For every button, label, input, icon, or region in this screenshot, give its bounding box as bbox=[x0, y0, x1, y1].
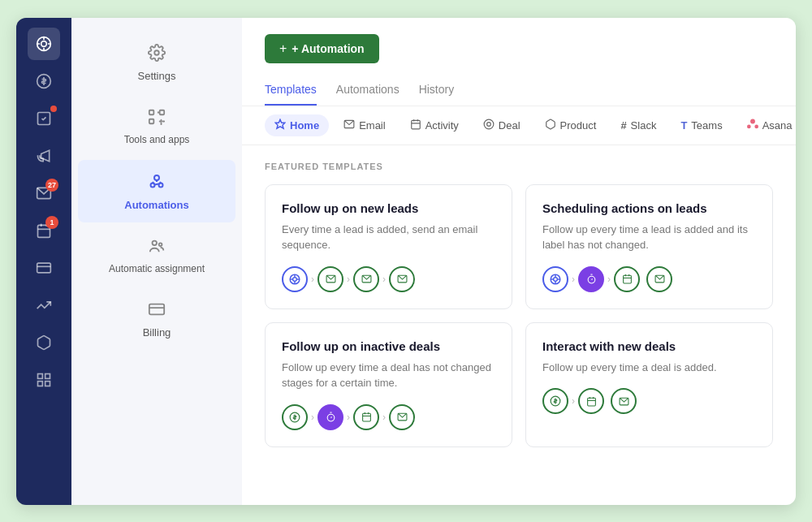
svg-rect-21 bbox=[160, 110, 165, 114]
filter-slack-icon: # bbox=[620, 119, 626, 132]
filter-product-label: Product bbox=[560, 119, 597, 132]
template-title-2: Scheduling actions on leads bbox=[542, 201, 756, 215]
tab-templates[interactable]: Templates bbox=[265, 76, 317, 106]
flow-email-icon-1 bbox=[317, 266, 343, 292]
flow-email-icon-5 bbox=[389, 404, 415, 430]
nav-icon-box[interactable] bbox=[28, 326, 60, 359]
nav-icon-calendar[interactable]: 1 bbox=[28, 214, 60, 247]
filter-email-icon bbox=[343, 119, 355, 132]
template-card-follow-up-leads[interactable]: Follow up on new leads Every time a lead… bbox=[265, 184, 512, 309]
filter-asana-label: Asana bbox=[762, 119, 793, 132]
template-card-inactive-deals[interactable]: Follow up on inactive deals Follow up ev… bbox=[265, 322, 512, 447]
sidebar-automations-label: Automations bbox=[124, 199, 188, 211]
svg-point-36 bbox=[484, 119, 494, 129]
section-title: FEATURED TEMPLATES bbox=[265, 162, 773, 171]
sidebar-tools-label: Tools and apps bbox=[124, 134, 190, 145]
main-content: + + Automation Templates Automations His… bbox=[242, 18, 796, 505]
flow-email-icon-2 bbox=[353, 266, 379, 292]
sidebar-item-settings[interactable]: Settings bbox=[78, 32, 235, 93]
svg-point-42 bbox=[293, 277, 297, 281]
filter-product[interactable]: Product bbox=[535, 114, 607, 136]
settings-icon bbox=[148, 44, 166, 67]
sidebar-item-billing[interactable]: Billing bbox=[78, 289, 235, 350]
flow-calendar-icon bbox=[614, 266, 640, 292]
nav-icon-chart[interactable] bbox=[28, 289, 60, 321]
svg-point-38 bbox=[750, 119, 755, 123]
flow-arrow: › bbox=[572, 274, 575, 285]
nav-icon-dollar[interactable] bbox=[28, 65, 60, 97]
automation-button[interactable]: + + Automation bbox=[265, 34, 379, 63]
nav-icon-mail[interactable]: 27 bbox=[28, 177, 60, 209]
billing-icon bbox=[148, 300, 166, 323]
filter-deal-icon bbox=[483, 119, 495, 132]
flow-target-icon-2 bbox=[542, 266, 568, 292]
template-card-scheduling[interactable]: Scheduling actions on leads Follow up ev… bbox=[525, 184, 773, 309]
nav-bar: 27 1 bbox=[16, 18, 71, 505]
filter-slack-label: Slack bbox=[631, 119, 657, 132]
svg-rect-16 bbox=[45, 373, 50, 378]
filter-activity-label: Activity bbox=[425, 119, 459, 132]
tools-icon bbox=[148, 108, 166, 131]
template-desc-2: Follow up every time a lead is added and… bbox=[542, 222, 756, 253]
filter-deal[interactable]: Deal bbox=[473, 114, 530, 136]
nav-icon-card[interactable] bbox=[28, 252, 60, 284]
filter-teams[interactable]: T Teams bbox=[671, 115, 732, 136]
svg-rect-15 bbox=[38, 373, 43, 378]
svg-rect-22 bbox=[149, 119, 154, 123]
svg-rect-57 bbox=[623, 275, 631, 283]
svg-point-51 bbox=[554, 277, 558, 281]
filter-deal-label: Deal bbox=[499, 119, 520, 132]
svg-point-63 bbox=[327, 414, 335, 421]
flow-icons-2: › › bbox=[542, 266, 756, 292]
sidebar-item-tools[interactable]: Tools and apps bbox=[78, 97, 235, 157]
sidebar-assignment-label: Automatic assignment bbox=[109, 263, 205, 274]
flow-arrow: › bbox=[347, 274, 350, 285]
filter-teams-icon: T bbox=[680, 119, 687, 132]
filter-teams-label: Teams bbox=[691, 119, 722, 132]
svg-point-27 bbox=[159, 243, 162, 246]
filter-home[interactable]: Home bbox=[265, 114, 329, 136]
svg-point-39 bbox=[747, 124, 751, 128]
flow-email-icon-4 bbox=[646, 266, 672, 292]
flow-arrow: › bbox=[607, 274, 611, 285]
nav-icon-grid[interactable] bbox=[28, 364, 60, 396]
filter-home-label: Home bbox=[290, 119, 319, 132]
tab-automations[interactable]: Automations bbox=[336, 76, 400, 106]
flow-icons-1: › › › bbox=[282, 266, 495, 292]
nav-icon-check[interactable] bbox=[28, 102, 60, 135]
filter-email-label: Email bbox=[359, 119, 386, 132]
filter-asana-icon bbox=[747, 119, 758, 132]
filter-email[interactable]: Email bbox=[334, 114, 395, 136]
sidebar-item-automations[interactable]: Automations bbox=[78, 160, 235, 222]
flow-timer-icon bbox=[578, 266, 604, 292]
tabs: Templates Automations History bbox=[265, 76, 773, 106]
automations-icon bbox=[147, 171, 166, 196]
plus-icon: + bbox=[279, 41, 287, 56]
svg-rect-28 bbox=[149, 304, 164, 314]
svg-point-40 bbox=[754, 124, 758, 128]
flow-target-icon bbox=[282, 266, 308, 292]
filter-activity[interactable]: Activity bbox=[400, 114, 469, 136]
svg-point-37 bbox=[486, 122, 490, 126]
mail-badge: 27 bbox=[45, 179, 58, 192]
svg-point-23 bbox=[154, 175, 159, 180]
filter-slack[interactable]: # Slack bbox=[611, 115, 666, 136]
flow-calendar-icon-3 bbox=[578, 388, 604, 414]
filter-asana[interactable]: Asana bbox=[737, 114, 796, 136]
nav-icon-megaphone[interactable] bbox=[28, 140, 60, 172]
flow-icons-3: › › bbox=[282, 404, 495, 430]
svg-rect-20 bbox=[149, 110, 154, 114]
template-desc-1: Every time a lead is added, send an emai… bbox=[282, 222, 495, 253]
flow-arrow: › bbox=[572, 395, 575, 407]
template-card-new-deals[interactable]: Interact with new deals Follow up every … bbox=[525, 322, 773, 447]
main-header: + + Automation Templates Automations His… bbox=[242, 18, 796, 106]
tab-history[interactable]: History bbox=[419, 76, 455, 106]
flow-deal-icon-1 bbox=[282, 404, 308, 430]
nav-icon-target[interactable] bbox=[28, 28, 60, 60]
svg-rect-70 bbox=[587, 398, 595, 406]
sidebar-item-assignment[interactable]: Automatic assignment bbox=[78, 226, 235, 286]
sidebar: Settings Tools and apps bbox=[71, 18, 242, 505]
svg-marker-30 bbox=[275, 119, 285, 128]
svg-point-19 bbox=[154, 50, 159, 55]
app-container: 27 1 bbox=[16, 18, 796, 505]
